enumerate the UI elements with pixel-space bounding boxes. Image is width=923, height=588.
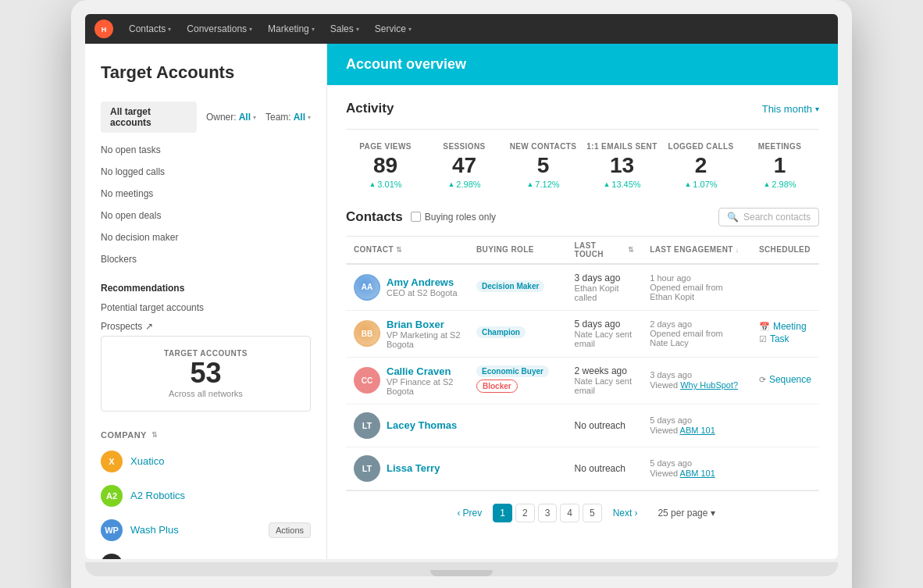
contact-cell: CCCallie CravenVP Finance at S2 Bogota — [346, 357, 469, 404]
sidebar-item-blockers[interactable]: Blockers — [85, 248, 326, 270]
pagination-page-4[interactable]: 4 — [560, 504, 579, 522]
stat-item: LOGGED CALLS 2 ▲ 1.07% — [661, 142, 740, 189]
scheduled-cell: 📅Meeting☑Task — [751, 310, 819, 357]
company-item[interactable]: XXuatico — [85, 444, 326, 479]
engagement-link[interactable]: ABM 101 — [680, 469, 715, 478]
search-contacts-input[interactable]: 🔍 Search contacts — [718, 208, 819, 226]
contact-name[interactable]: Lacey Thomas — [387, 419, 457, 431]
contact-name[interactable]: Lissa Terry — [387, 462, 440, 474]
company-name[interactable]: A2 Robotics — [130, 490, 185, 501]
sidebar-item-no-logged-calls[interactable]: No logged calls — [85, 161, 326, 183]
last-touch-time: No outreach — [575, 463, 635, 474]
company-list-header: COMPANY ⇅ — [85, 421, 326, 444]
arrow-up-icon: ▲ — [447, 180, 454, 188]
sidebar-item-no-open-deals[interactable]: No open deals — [85, 205, 326, 226]
engagement-link[interactable]: Why HubSpot? — [680, 380, 738, 390]
buying-role-cell — [469, 447, 567, 490]
stat-change: ▲ 7.12% — [504, 180, 583, 189]
nav-conversations[interactable]: Conversations ▾ — [187, 23, 252, 34]
pagination-page-1[interactable]: 1 — [493, 504, 512, 522]
all-target-accounts-filter[interactable]: All target accounts — [101, 102, 197, 133]
pagination-page-5[interactable]: 5 — [583, 504, 602, 522]
contact-name[interactable]: Callie Craven — [387, 365, 461, 377]
scheduled-item: 📅Meeting — [759, 321, 811, 332]
sort-icon[interactable]: ⇅ — [151, 431, 159, 439]
contact-title: CEO at S2 Bogota — [387, 288, 458, 298]
stat-label: PAGE VIEWS — [346, 142, 425, 151]
last-touch-cell: 3 days agoEthan Kopit called — [567, 264, 643, 311]
target-accounts-count: 53 — [114, 358, 298, 389]
nav-marketing[interactable]: Marketing ▾ — [268, 23, 315, 34]
last-engagement-time: 5 days ago — [650, 415, 743, 425]
scheduled-icon: 📅 — [759, 322, 770, 332]
activity-stats: PAGE VIEWS 89 ▲ 3.01% SESSIONS 47 ▲ 2.98… — [346, 129, 819, 189]
buying-roles-checkbox-label[interactable]: Buying roles only — [411, 212, 496, 223]
per-page-selector[interactable]: 25 per page▾ — [658, 508, 715, 519]
table-row: LTLacey ThomasNo outreach5 days agoViewe… — [346, 404, 819, 447]
stat-label: SESSIONS — [425, 142, 504, 151]
chevron-down-icon: ▾ — [308, 114, 311, 121]
stat-change: ▲ 1.07% — [661, 180, 740, 189]
company-item[interactable]: A2A2 Robotics — [85, 479, 326, 513]
this-month-button[interactable]: This month ▾ — [762, 103, 819, 115]
sort-icon[interactable]: ↓ — [736, 246, 739, 254]
team-filter[interactable]: Team: All ▾ — [265, 112, 311, 123]
last-touch-time: 5 days ago — [575, 319, 635, 330]
stat-change: ▲ 2.98% — [425, 180, 504, 189]
contact-name[interactable]: Brian Boxer — [387, 319, 461, 330]
prospects-link[interactable]: Prospects ↗ — [85, 317, 326, 336]
sort-icon[interactable]: ⇅ — [628, 246, 634, 254]
arrow-up-icon: ▲ — [369, 180, 376, 188]
sidebar-item-no-meetings[interactable]: No meetings — [85, 183, 326, 205]
company-name[interactable]: Root Legal — [130, 558, 180, 559]
last-engagement-time: 5 days ago — [650, 458, 743, 468]
contact-cell: AAAmy AndrewsCEO at S2 Bogota — [346, 264, 469, 311]
last-touch-cell: 5 days agoNate Lacy sent email — [567, 310, 643, 357]
nav-contacts[interactable]: Contacts ▾ — [129, 23, 171, 34]
potential-target-accounts-link[interactable]: Potential target accounts — [85, 298, 326, 317]
last-touch-action: Ethan Kopit called — [575, 283, 635, 302]
pagination: ‹ Prev12345Next ›25 per page▾ — [346, 490, 819, 535]
pagination-prev[interactable]: ‹ Prev — [450, 504, 490, 522]
contacts-table-body: AAAmy AndrewsCEO at S2 BogotaDecision Ma… — [346, 264, 819, 490]
col-buying-role: BUYING ROLE — [469, 236, 567, 264]
sidebar-item-no-open-tasks[interactable]: No open tasks — [85, 139, 326, 161]
chevron-down-icon: ▾ — [253, 114, 256, 121]
company-name[interactable]: Wash Plus — [130, 524, 179, 536]
scheduled-cell — [751, 264, 819, 311]
last-engagement-time: 3 days ago — [650, 370, 743, 380]
company-actions-button[interactable]: Actions — [269, 522, 311, 538]
stat-value: 5 — [504, 154, 583, 178]
chevron-down-icon: ▾ — [408, 26, 412, 33]
stat-value: 2 — [661, 154, 740, 178]
company-item[interactable]: WPWash PlusActions — [85, 513, 326, 547]
role-badge: Economic Buyer — [476, 365, 549, 377]
nav-service[interactable]: Service ▾ — [375, 23, 412, 34]
last-engagement-cell: 1 hour agoOpened email from Ethan Kopit — [642, 264, 751, 311]
last-touch-cell: 2 weeks agoNate Lacy sent email — [567, 357, 643, 404]
pagination-next[interactable]: Next › — [605, 504, 646, 522]
sidebar-item-no-decision-maker[interactable]: No decision maker — [85, 226, 326, 248]
stat-change: ▲ 13.45% — [583, 180, 661, 189]
stat-value: 89 — [346, 154, 425, 178]
stat-item: PAGE VIEWS 89 ▲ 3.01% — [346, 142, 425, 189]
pagination-page-3[interactable]: 3 — [538, 504, 558, 522]
company-name[interactable]: Xuatico — [130, 455, 164, 467]
buying-roles-checkbox[interactable] — [411, 212, 421, 222]
sort-icon[interactable]: ⇅ — [396, 246, 402, 254]
buying-role-cell: Decision Maker — [469, 264, 567, 311]
engagement-link[interactable]: ABM 101 — [680, 426, 715, 435]
sidebar-title: Target Accounts — [85, 44, 326, 95]
svg-text:H: H — [102, 26, 107, 34]
nav-sales[interactable]: Sales ▾ — [330, 23, 359, 34]
contact-name[interactable]: Amy Andrews — [387, 276, 458, 288]
col-last-touch: LAST TOUCH ⇅ — [567, 236, 643, 264]
last-touch-cell: No outreach — [567, 447, 643, 490]
contact-cell: LTLacey Thomas — [346, 404, 469, 447]
contact-avatar: LT — [354, 412, 380, 439]
company-item[interactable]: RLRoot Legal — [85, 547, 326, 559]
owner-filter[interactable]: Owner: All ▾ — [206, 112, 256, 123]
contact-avatar: AA — [354, 274, 380, 301]
pagination-page-2[interactable]: 2 — [515, 504, 535, 522]
stat-item: 1:1 EMAILS SENT 13 ▲ 13.45% — [583, 142, 661, 189]
